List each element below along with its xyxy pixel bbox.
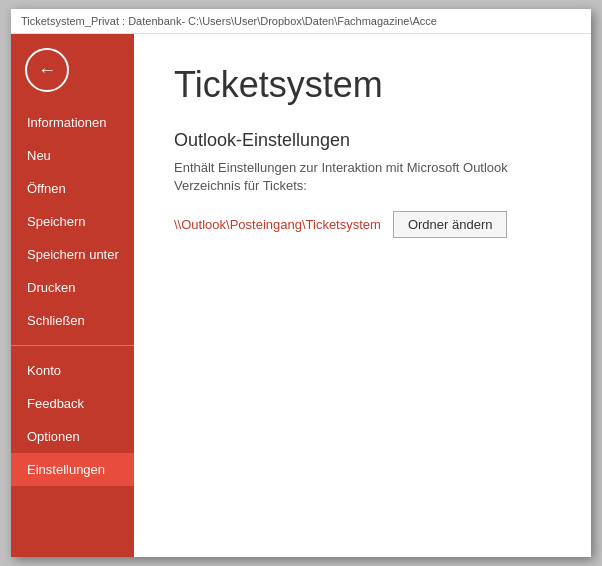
back-icon: ←	[38, 60, 56, 81]
sidebar: ← Informationen Neu Öffnen Speichern Spe…	[11, 34, 134, 557]
sidebar-item-konto[interactable]: Konto	[11, 354, 134, 387]
page-title: Ticketsystem	[174, 64, 551, 106]
sidebar-item-informationen[interactable]: Informationen	[11, 106, 134, 139]
content-area: ← Informationen Neu Öffnen Speichern Spe…	[11, 34, 591, 557]
title-bar-text: Ticketsystem_Privat : Datenbank- C:\User…	[21, 15, 437, 27]
application-window: Ticketsystem_Privat : Datenbank- C:\User…	[11, 9, 591, 557]
sidebar-item-oeffnen[interactable]: Öffnen	[11, 172, 134, 205]
sidebar-item-neu[interactable]: Neu	[11, 139, 134, 172]
section-title: Outlook-Einstellungen	[174, 130, 551, 151]
folder-link[interactable]: \\Outlook\Posteingang\Ticketsystem	[174, 217, 381, 232]
section-description: Enthält Einstellungen zur Interaktion mi…	[174, 159, 551, 195]
sidebar-item-feedback[interactable]: Feedback	[11, 387, 134, 420]
title-bar: Ticketsystem_Privat : Datenbank- C:\User…	[11, 9, 591, 34]
sidebar-item-einstellungen[interactable]: Einstellungen	[11, 453, 134, 486]
sidebar-item-speichern[interactable]: Speichern	[11, 205, 134, 238]
main-content: Ticketsystem Outlook-Einstellungen Enthä…	[134, 34, 591, 557]
sidebar-item-schliessen[interactable]: Schließen	[11, 304, 134, 337]
sidebar-divider	[11, 345, 134, 346]
change-folder-button[interactable]: Ordner ändern	[393, 211, 508, 238]
outlook-folder-row: \\Outlook\Posteingang\Ticketsystem Ordne…	[174, 211, 551, 238]
sidebar-item-optionen[interactable]: Optionen	[11, 420, 134, 453]
back-button[interactable]: ←	[25, 48, 69, 92]
sidebar-item-drucken[interactable]: Drucken	[11, 271, 134, 304]
sidebar-item-speichern-unter[interactable]: Speichern unter	[11, 238, 134, 271]
sidebar-nav: Informationen Neu Öffnen Speichern Speic…	[11, 106, 134, 557]
